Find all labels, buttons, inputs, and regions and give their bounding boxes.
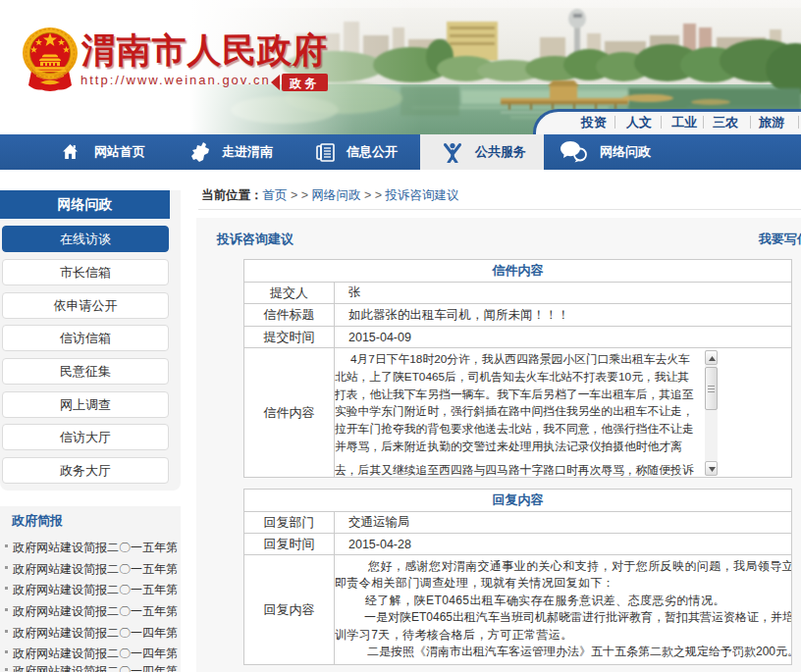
svg-text:政 务: 政 务 bbox=[289, 77, 317, 90]
